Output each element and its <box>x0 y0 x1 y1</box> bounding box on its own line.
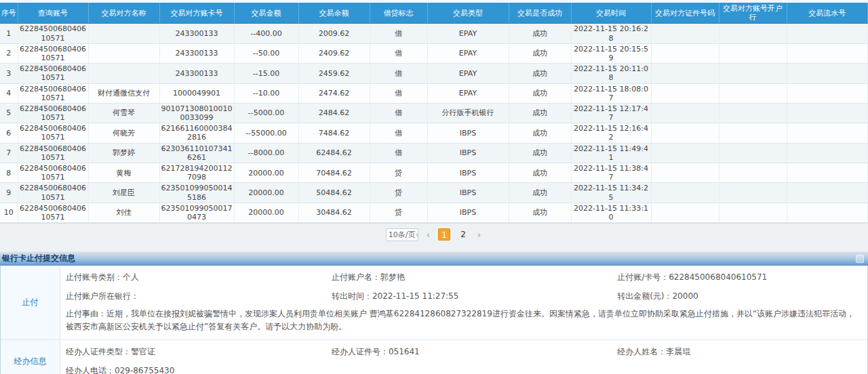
table-cell: 2022-11-15 20:16:28 <box>571 24 651 43</box>
table-cell <box>719 103 787 123</box>
table-cell: IBPS <box>427 203 509 222</box>
chevron-down-icon: ∨ <box>416 232 418 238</box>
table-cell: 借 <box>370 64 427 83</box>
table-cell: 借 <box>370 83 427 103</box>
table-cell: 6228450068040610571 <box>18 163 88 183</box>
table-cell: 成功 <box>509 24 571 43</box>
table-row[interactable]: 76228450068040610571郭梦婷62303611010734162… <box>0 143 868 163</box>
table-cell: 借 <box>370 123 427 143</box>
table-row[interactable]: 56228450068040610571何雪琴90107130801001000… <box>0 103 868 123</box>
table-cell <box>651 103 719 123</box>
table-cell: 243300133 <box>159 64 234 83</box>
transfer-out-time-field: 转出时间：2022-11-15 11:27:55 <box>332 291 617 302</box>
table-cell: 1000049901 <box>159 83 234 103</box>
table-cell: EPAY <box>427 43 509 63</box>
table-cell: 4 <box>0 83 18 103</box>
collapse-icon[interactable] <box>856 255 864 263</box>
table-cell <box>88 43 159 63</box>
table-cell: 6228450068040610571 <box>18 24 88 43</box>
page-size-select[interactable]: 10条/页 ∨ <box>386 228 418 241</box>
table-cell: EPAY <box>427 64 509 83</box>
table-cell: 2459.62 <box>298 64 370 83</box>
stop-card-number-field: 止付账/卡号：6228450068040610571 <box>617 272 859 283</box>
handler-info-group: 经办信息 经办人证件类型：警官证 经办人证件号：051641 经办人姓名：李晨琨… <box>1 340 867 374</box>
table-cell: 2022-11-15 12:16:42 <box>571 123 651 143</box>
table-row[interactable]: 106228450068040610571刘佳62350109905001704… <box>0 203 868 222</box>
table-cell <box>787 24 868 43</box>
stop-payment-group-label: 止付 <box>1 266 60 339</box>
next-page-button[interactable]: › <box>476 230 482 239</box>
table-cell <box>719 143 787 163</box>
table-cell: EPAY <box>427 24 509 43</box>
pagination-bar: 10条/页 ∨ ‹ 1 2 › <box>0 225 868 244</box>
table-cell <box>719 83 787 103</box>
table-cell: 243300133 <box>159 43 234 63</box>
table-row[interactable]: 66228450068040610571何晓芳62166116000038428… <box>0 123 868 143</box>
table-cell: 2022-11-15 11:38:47 <box>571 163 651 183</box>
table-cell: 郭梦婷 <box>88 143 159 163</box>
table-cell: 分行版手机银行 <box>427 103 509 123</box>
table-cell: 2022-11-15 11:49:41 <box>571 143 651 163</box>
handler-info-group-label: 经办信息 <box>1 340 60 374</box>
stop-payment-section-header: 银行卡止付提交信息 <box>0 251 868 266</box>
handler-name-field: 经办人姓名：李晨琨 <box>617 346 859 358</box>
stop-payment-panel: 止付 止付账号类别：个人 止付账户名：郭梦艳 止付账/卡号：6228450068… <box>0 266 868 374</box>
table-cell: 2022-11-15 11:34:25 <box>571 183 651 203</box>
transaction-table-container: 序号查询账号交易对方名称交易对方账卡号交易金额交易余额借贷标志交易类型交易是否成… <box>0 3 868 224</box>
table-cell <box>651 64 719 83</box>
table-cell <box>787 183 868 203</box>
table-cell: 成功 <box>509 83 571 103</box>
table-cell: 3 <box>0 64 18 83</box>
table-cell <box>787 203 868 222</box>
handler-id-type-field: 经办人证件类型：警官证 <box>66 346 332 358</box>
table-cell <box>787 163 868 183</box>
table-cell: 借 <box>370 103 427 123</box>
table-row[interactable]: 26228450068040610571243300133--50.002409… <box>0 43 868 63</box>
prev-page-button[interactable]: ‹ <box>425 230 431 239</box>
column-header: 序号 <box>0 3 18 24</box>
table-cell: 1 <box>0 24 18 43</box>
table-cell <box>651 24 719 43</box>
table-cell: 20000.00 <box>234 203 298 222</box>
table-cell: 成功 <box>509 163 571 183</box>
stop-account-name-field: 止付账户名：郭梦艳 <box>332 272 617 283</box>
table-cell <box>651 123 719 143</box>
table-cell <box>651 163 719 183</box>
table-cell <box>719 123 787 143</box>
table-cell: 何晓芳 <box>88 123 159 143</box>
table-cell: 2474.62 <box>298 83 370 103</box>
table-cell: 8 <box>0 163 18 183</box>
table-cell: 6228450068040610571 <box>18 183 88 203</box>
stop-payment-group: 止付 止付账号类别：个人 止付账户名：郭梦艳 止付账/卡号：6228450068… <box>1 266 867 340</box>
table-cell <box>719 43 787 63</box>
table-cell: 243300133 <box>159 24 234 43</box>
table-cell: 黄梅 <box>88 163 159 183</box>
table-cell: 刘佳 <box>88 203 159 222</box>
table-cell: IBPS <box>427 163 509 183</box>
table-cell: --8000.00 <box>234 143 298 163</box>
table-row[interactable]: 36228450068040610571243300133--15.002459… <box>0 64 868 83</box>
table-row[interactable]: 46228450068040610571财付通微信支付1000049901--1… <box>0 83 868 103</box>
column-header: 交易对方账号开户行 <box>719 3 787 24</box>
table-cell: 20000.00 <box>234 183 298 203</box>
stop-payment-section-title: 银行卡止付提交信息 <box>2 253 75 264</box>
table-cell <box>787 103 868 123</box>
table-cell <box>88 24 159 43</box>
table-cell: 10 <box>0 203 18 222</box>
table-row[interactable]: 96228450068040610571刘星臣62350109905001451… <box>0 183 868 203</box>
page-button-1[interactable]: 1 <box>438 228 450 241</box>
table-cell: 6228450068040610571 <box>18 123 88 143</box>
column-header: 借贷标志 <box>370 3 427 24</box>
table-cell: 借 <box>370 143 427 163</box>
column-header: 交易对方账卡号 <box>159 3 234 24</box>
table-cell <box>719 203 787 222</box>
table-cell: 70484.62 <box>298 163 370 183</box>
column-header: 查询账号 <box>18 3 88 24</box>
table-cell <box>719 183 787 203</box>
table-row[interactable]: 86228450068040610571黄梅621728194200112709… <box>0 163 868 183</box>
page-button-2[interactable]: 2 <box>457 228 469 241</box>
table-row[interactable]: 16228450068040610571243300133--400.00200… <box>0 24 868 43</box>
handler-empty-field <box>332 365 617 374</box>
table-cell <box>719 163 787 183</box>
table-cell <box>651 43 719 63</box>
